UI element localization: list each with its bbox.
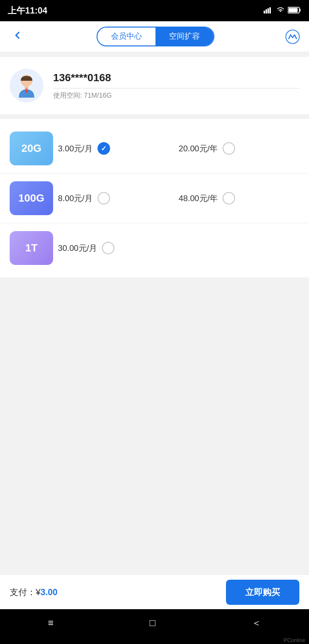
- plan-100g-year-radio[interactable]: [223, 192, 235, 205]
- plans-section: 20G 3.00元/月 20.00元/年 100G 8.00元/月 48.00元…: [0, 119, 309, 278]
- user-section: 136****0168 使用空间: 71M/16G: [0, 57, 309, 114]
- plan-row-20g: 20G 3.00元/月 20.00元/年: [0, 124, 309, 173]
- plan-1t-month: 30.00元/月: [58, 242, 299, 254]
- android-nav: ≡ □ ＜: [0, 609, 309, 636]
- user-phone: 136****0168: [53, 72, 299, 84]
- plan-100g-year: 48.00元/年: [179, 192, 299, 205]
- battery-icon: [288, 7, 301, 15]
- vip-icon[interactable]: [284, 28, 301, 45]
- signal-icon: [264, 7, 273, 15]
- plan-20g-year-price: 20.00元/年: [179, 143, 218, 154]
- plan-100g-month-price: 8.00元/月: [58, 193, 93, 204]
- payment-amount: 3.00: [41, 587, 57, 597]
- payment-info: 支付：¥3.00: [10, 586, 57, 598]
- plan-row-100g: 100G 8.00元/月 48.00元/年: [0, 173, 309, 223]
- back-button[interactable]: [8, 26, 27, 48]
- plan-100g-month-radio[interactable]: [98, 192, 110, 205]
- plan-badge-20g: 20G: [10, 132, 53, 165]
- plan-badge-1t: 1T: [10, 231, 53, 265]
- plan-row-1t: 1T 30.00元/月: [0, 223, 309, 273]
- plan-options-100g: 8.00元/月 48.00元/年: [58, 192, 299, 205]
- plan-options-1t: 30.00元/月: [58, 242, 299, 254]
- svg-rect-6: [289, 8, 298, 12]
- content-spacer: [0, 278, 309, 574]
- user-info: 136****0168 使用空间: 71M/16G: [53, 72, 299, 100]
- status-bar: 上午11:04: [0, 0, 309, 21]
- tab-group: 会员中心 空间扩容: [97, 27, 214, 46]
- nav-back[interactable]: ＜: [252, 616, 261, 629]
- status-time: 上午11:04: [8, 5, 47, 16]
- tab-expand[interactable]: 空间扩容: [155, 28, 213, 45]
- plan-100g-month: 8.00元/月: [58, 192, 179, 205]
- plan-badge-100g: 100G: [10, 181, 53, 215]
- tab-vip[interactable]: 会员中心: [98, 28, 155, 45]
- plan-20g-month-price: 3.00元/月: [58, 143, 93, 154]
- user-divider: [53, 88, 299, 88]
- plan-100g-year-price: 48.00元/年: [179, 193, 218, 204]
- buy-button[interactable]: 立即购买: [226, 580, 299, 605]
- header: 会员中心 空间扩容: [0, 21, 309, 52]
- wifi-icon: [276, 7, 285, 15]
- svg-rect-3: [269, 7, 271, 14]
- plan-1t-month-radio[interactable]: [102, 242, 114, 254]
- svg-point-7: [286, 30, 299, 44]
- svg-rect-2: [267, 8, 269, 14]
- plan-1t-month-price: 30.00元/月: [58, 243, 97, 254]
- payment-prefix: 支付：¥: [10, 587, 41, 597]
- plan-options-20g: 3.00元/月 20.00元/年: [58, 142, 299, 155]
- svg-rect-0: [264, 11, 265, 14]
- plan-20g-year-radio[interactable]: [223, 142, 235, 155]
- nav-home[interactable]: □: [150, 617, 155, 629]
- watermark: PConline: [0, 636, 309, 644]
- plan-20g-month: 3.00元/月: [58, 142, 179, 155]
- plan-20g-month-radio[interactable]: [98, 142, 110, 155]
- plan-20g-year: 20.00元/年: [179, 142, 299, 155]
- avatar: [10, 69, 43, 102]
- status-icons: [264, 7, 301, 15]
- nav-menu[interactable]: ≡: [48, 617, 54, 629]
- user-space: 使用空间: 71M/16G: [53, 91, 299, 100]
- svg-rect-1: [266, 9, 267, 14]
- bottom-bar: 支付：¥3.00 立即购买: [0, 574, 309, 609]
- svg-rect-5: [300, 9, 301, 12]
